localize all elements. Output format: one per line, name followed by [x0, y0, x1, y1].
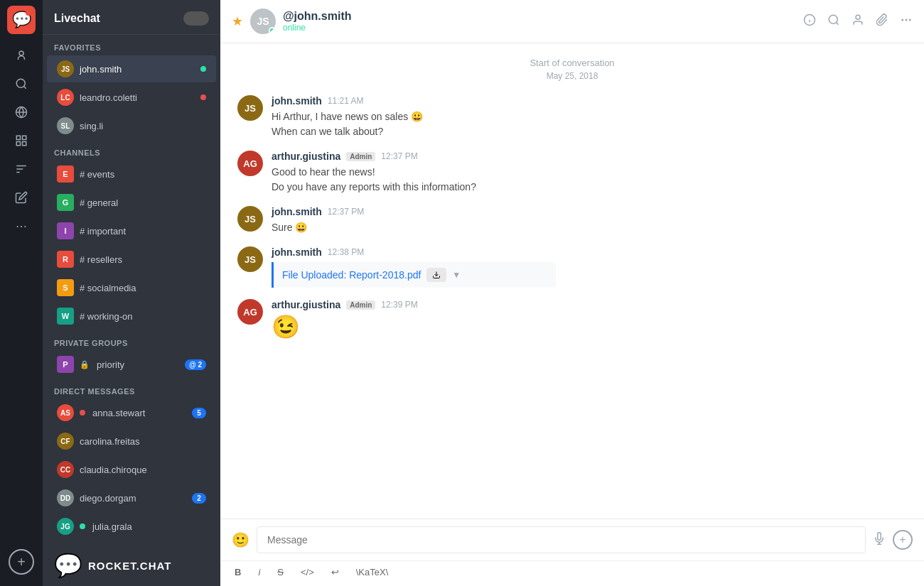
- rocket-icon: 💬: [54, 552, 82, 579]
- message-time: 11:21 AM: [328, 96, 364, 106]
- sidebar-item-socialmedia[interactable]: S # socialmedia: [47, 274, 216, 301]
- sidebar-item-resellers[interactable]: R # resellers: [47, 246, 216, 273]
- channel-icon: R: [57, 251, 74, 268]
- search-header-icon[interactable]: [827, 13, 840, 29]
- message-author: john.smith: [272, 206, 322, 217]
- livechat-toggle[interactable]: [183, 11, 209, 26]
- add-button[interactable]: +: [9, 549, 34, 575]
- message-content: john.smith 11:21 AM Hi Arthur, I have ne…: [272, 95, 907, 139]
- sidebar-item-julia[interactable]: JG julia.grala: [47, 513, 216, 540]
- chevron-down-icon[interactable]: ▼: [452, 270, 461, 280]
- avatar: JG: [57, 518, 74, 535]
- member-icon[interactable]: [852, 13, 864, 29]
- avatar: DD: [57, 489, 74, 506]
- sidebar-item-label: claudia.chiroque: [80, 465, 206, 475]
- message-time: 12:37 PM: [381, 151, 417, 161]
- message-time: 12:37 PM: [328, 207, 364, 217]
- message-input-row: 🙂 +: [220, 519, 924, 560]
- attach-icon[interactable]: [876, 13, 888, 29]
- section-private-groups: Private Groups: [43, 330, 220, 350]
- audio-button[interactable]: [873, 532, 886, 548]
- quote-button[interactable]: ↩: [328, 565, 342, 579]
- svg-point-0: [19, 51, 23, 55]
- svg-point-19: [906, 19, 908, 21]
- sidebar-item-working-on[interactable]: W # working-on: [47, 303, 216, 330]
- sidebar-item-label: # working-on: [80, 311, 206, 322]
- message-author: john.smith: [272, 95, 322, 107]
- more-icon[interactable]: ⋯: [9, 213, 34, 239]
- section-favorites: Favorites: [43, 35, 220, 55]
- star-icon[interactable]: ★: [232, 13, 243, 29]
- header-info: @john.smith online: [283, 10, 796, 33]
- message-group: JS john.smith 12:37 PM Sure 😀: [237, 206, 907, 235]
- sidebar-item-events[interactable]: E # events: [47, 161, 216, 188]
- sidebar-item-label: priority: [97, 359, 179, 370]
- sidebar-item-important[interactable]: I # important: [47, 217, 216, 244]
- sidebar-item-label: john.smith: [80, 64, 195, 75]
- lock-icon: 🔒: [80, 360, 90, 369]
- sidebar-item-anna-stewart[interactable]: AS anna.stewart 5: [47, 399, 216, 426]
- message-avatar: JS: [237, 206, 263, 232]
- svg-point-20: [909, 19, 911, 21]
- sidebar-item-priority[interactable]: P 🔒 priority @ 2: [47, 351, 216, 378]
- sidebar-item-label: anna.stewart: [92, 408, 186, 418]
- svg-point-17: [856, 15, 860, 19]
- sidebar-item-john-smith[interactable]: JS john.smith: [47, 55, 216, 82]
- channel-icon: G: [57, 194, 74, 211]
- bold-button[interactable]: B: [232, 565, 244, 579]
- emoji-reaction: 😉: [272, 313, 907, 340]
- latex-button[interactable]: \KaTeX\: [353, 565, 392, 579]
- italic-button[interactable]: i: [255, 565, 263, 579]
- sidebar-item-claudia[interactable]: CC claudia.chiroque: [47, 456, 216, 483]
- message-input[interactable]: [257, 526, 866, 553]
- conversation-start-label: Start of conversation: [237, 58, 907, 68]
- formatting-bar: B i S </> ↩ \KaTeX\: [220, 560, 924, 586]
- channel-icon: P: [57, 356, 74, 373]
- sidebar-item-carolina[interactable]: CF carolina.freitas: [47, 428, 216, 455]
- strikethrough-button[interactable]: S: [274, 565, 286, 579]
- message-text: Do you have any reports with this inform…: [272, 180, 907, 195]
- message-author: john.smith: [272, 246, 322, 258]
- avatar: LC: [57, 89, 74, 106]
- edit-icon[interactable]: [9, 185, 34, 210]
- file-name: File Uploaded: Report-2018.pdf: [282, 269, 421, 281]
- sidebar: Livechat Favorites JS john.smith LC lean…: [43, 0, 220, 586]
- message-group: JS john.smith 11:21 AM Hi Arthur, I have…: [237, 95, 907, 139]
- status-dot-online: [200, 66, 206, 72]
- chat-header: ★ JS @john.smith online: [220, 0, 924, 43]
- rocket-chat-label: ROCKET.CHAT: [88, 560, 171, 572]
- avatar: CC: [57, 461, 74, 478]
- message-content: arthur.giustina Admin 12:39 PM 😉: [272, 299, 907, 340]
- admin-badge: Admin: [346, 152, 375, 161]
- more-options-icon[interactable]: [900, 13, 913, 29]
- chat-messages: Start of conversation May 25, 2018 JS jo…: [220, 43, 924, 519]
- svg-rect-5: [16, 136, 20, 139]
- info-icon[interactable]: [803, 13, 816, 29]
- grid-icon[interactable]: [9, 128, 34, 153]
- section-channels: Channels: [43, 140, 220, 160]
- home-icon[interactable]: [9, 43, 34, 68]
- app-icon[interactable]: 💬: [7, 6, 36, 34]
- message-header: john.smith 12:38 PM: [272, 246, 907, 258]
- sidebar-item-singli[interactable]: SL sing.li: [47, 112, 216, 139]
- svg-point-18: [901, 19, 903, 21]
- sidebar-item-label: diego.dorgam: [80, 493, 186, 504]
- code-button[interactable]: </>: [298, 565, 317, 579]
- message-group: JS john.smith 12:38 PM File Uploaded: Re…: [237, 246, 907, 288]
- add-content-button[interactable]: +: [893, 530, 913, 550]
- icon-bar: 💬 ⋯ +: [0, 0, 43, 586]
- search-icon[interactable]: [9, 71, 34, 97]
- unread-badge: 2: [192, 493, 206, 504]
- sidebar-item-general[interactable]: G # general: [47, 189, 216, 216]
- sort-icon[interactable]: [9, 156, 34, 182]
- message-group: AG arthur.giustina Admin 12:37 PM Good t…: [237, 151, 907, 195]
- globe-icon[interactable]: [9, 99, 34, 125]
- status-dot-offline: [200, 94, 206, 100]
- message-group: AG arthur.giustina Admin 12:39 PM 😉: [237, 299, 907, 340]
- sidebar-item-leandro[interactable]: LC leandro.coletti: [47, 84, 216, 111]
- sidebar-item-diego[interactable]: DD diego.dorgam 2: [47, 484, 216, 511]
- avatar: SL: [57, 117, 74, 134]
- file-download-button[interactable]: [426, 268, 446, 282]
- emoji-picker-button[interactable]: 🙂: [232, 531, 249, 548]
- svg-rect-7: [16, 142, 20, 146]
